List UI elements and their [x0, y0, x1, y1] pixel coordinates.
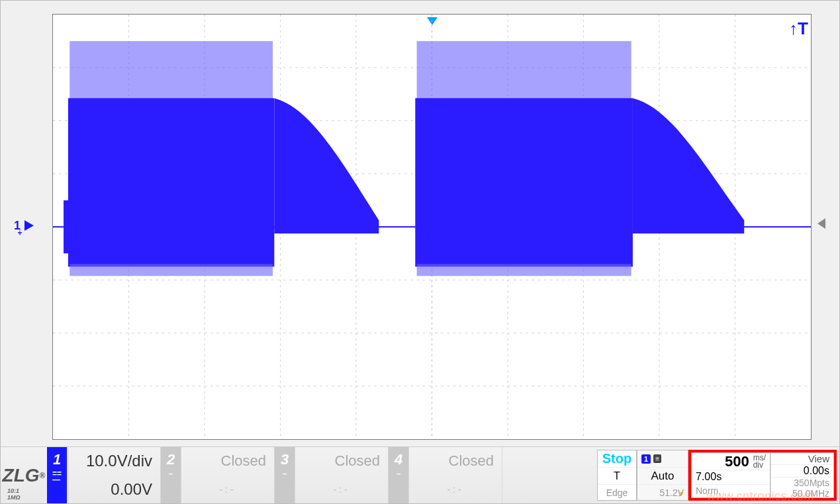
burst2-low-fringe: [417, 264, 631, 276]
status-bar: ZLG® 10:1 1MΩ 1 ==— 10.0V/div 0.00V 2 – …: [1, 446, 839, 503]
ch2-settings[interactable]: Closed -:-: [181, 447, 275, 503]
ch2-badge[interactable]: 2 –: [161, 447, 181, 503]
ch2-dash: -:-: [181, 476, 274, 504]
burst2-fringe: [417, 41, 631, 99]
run-state: Stop: [598, 450, 636, 467]
burst1-body: [68, 98, 274, 267]
burst1-low-fringe: [70, 264, 273, 276]
ch4-number: 4: [395, 451, 402, 468]
view-delay: 0.00s: [771, 464, 833, 477]
coupling-chip-icon: ≡: [653, 454, 661, 463]
edge-rise-icon: ↗: [677, 489, 684, 499]
acquisition-panel: Stop T Edge 1 ≡ Auto 51.2V ↗ 500 ms/div: [597, 447, 839, 503]
timebase-box[interactable]: 500 ms/div 7.00s Norm.: [691, 452, 770, 498]
ch3-dash-icon: –: [283, 471, 287, 477]
ground-icon: ⏚: [18, 228, 22, 235]
highlight-annotation: 500 ms/div 7.00s Norm. View 0.00s 350Mpt…: [688, 450, 837, 501]
acq-mode: Norm.: [692, 484, 770, 497]
scope-svg: [53, 15, 811, 439]
coupling-dc-icon: ==—: [52, 471, 62, 483]
view-box[interactable]: View 0.00s 350Mpts 50.0MHz: [770, 452, 834, 498]
ch2-number: 2: [167, 451, 175, 468]
ch1-settings[interactable]: 10.0V/div 0.00V: [67, 447, 161, 503]
ch1-arrow-icon: [24, 220, 34, 231]
trig-type: Edge: [598, 484, 636, 500]
trigger-mode-box[interactable]: 1 ≡ Auto 51.2V ↗: [637, 450, 688, 501]
brand-logo: ZLG® 10:1 1MΩ: [1, 447, 47, 503]
trig-ch-chip: 1: [641, 454, 651, 464]
ch1-number: 1: [53, 451, 61, 468]
decay2: [633, 98, 744, 233]
trig-mode: Auto: [637, 467, 688, 484]
ch1-vdiv[interactable]: 10.0V/div: [68, 447, 160, 476]
ch4-settings[interactable]: Closed -:-: [408, 447, 502, 503]
burst2-body: [415, 98, 633, 267]
scope-grid[interactable]: ↑T: [52, 14, 812, 440]
timebase-unit: ms/div: [753, 454, 766, 469]
ch4-dash: -:-: [409, 476, 502, 504]
ch3-dash: -:-: [295, 476, 388, 504]
record-length: 7.00s: [692, 470, 770, 484]
ch3-status: Closed: [295, 447, 388, 476]
ch4-badge[interactable]: 4 –: [389, 447, 408, 503]
ch1-badge[interactable]: 1 ==—: [47, 447, 67, 503]
view-label: View: [771, 453, 833, 464]
ch3-settings[interactable]: Closed -:-: [295, 447, 389, 503]
mem-depth: 350Mpts: [771, 477, 833, 488]
ch3-badge[interactable]: 3 –: [275, 447, 295, 503]
trigger-level-marker-icon[interactable]: [817, 218, 825, 229]
ch1-ground-marker[interactable]: 1 ⏚: [14, 219, 34, 233]
run-state-box[interactable]: Stop T Edge: [597, 450, 637, 501]
decay1: [274, 98, 379, 233]
ch2-dash-icon: –: [169, 471, 173, 477]
ch2-status: Closed: [181, 447, 274, 476]
ch4-status: Closed: [409, 447, 502, 476]
sample-rate: 50.0MHz: [771, 488, 833, 499]
trig-src-label: T: [598, 467, 636, 484]
trig-ch-chips: 1 ≡: [637, 450, 688, 467]
scope-plot-area: ↑T: [9, 6, 818, 446]
burst1-fringe: [70, 41, 273, 99]
probe-ratio-label: 10:1 1MΩ: [7, 487, 21, 501]
ch1-offset[interactable]: 0.00V: [68, 476, 160, 504]
ch4-dash-icon: –: [397, 471, 401, 477]
timebase-rate: 500: [725, 453, 751, 470]
ch3-number: 3: [281, 451, 289, 468]
burst1-precursor: [64, 200, 71, 253]
